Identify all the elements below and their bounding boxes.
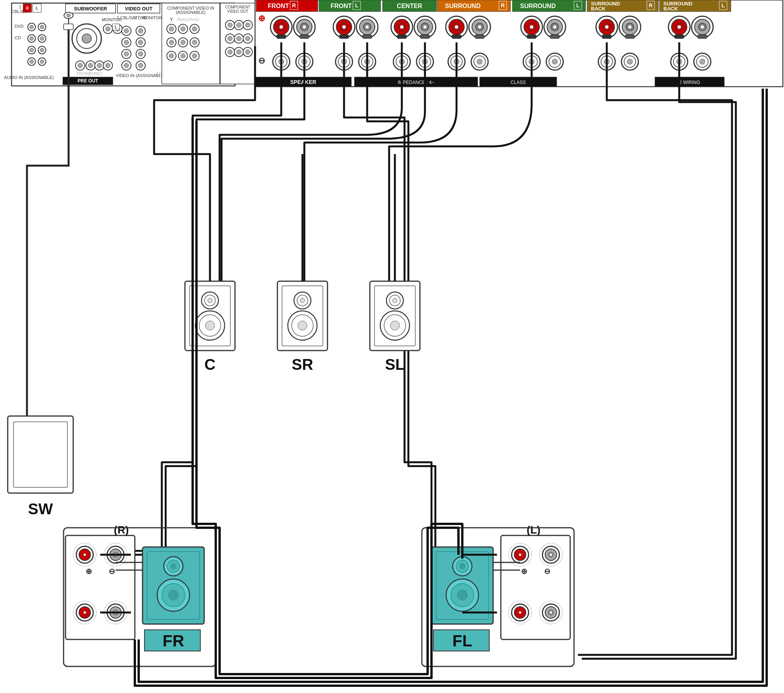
fl-minus-label: ⊖ <box>544 567 551 576</box>
svg-point-63 <box>169 40 174 45</box>
r-indicator: R <box>26 6 29 10</box>
svg-point-144 <box>455 25 458 29</box>
svg-rect-119 <box>277 35 286 39</box>
svg-point-296 <box>519 554 521 556</box>
svg-point-241 <box>300 298 305 303</box>
video-out-label: VIDEO OUT <box>125 6 153 12</box>
fl-terminal-block: ⊕ ⊖ <box>501 535 570 639</box>
svg-point-278 <box>171 564 176 569</box>
svg-rect-97 <box>255 0 783 87</box>
class-label: CLASS <box>510 80 525 85</box>
pb-label: Pb/Cb <box>177 17 189 22</box>
svg-point-134 <box>400 25 404 29</box>
svg-point-86 <box>228 36 232 41</box>
speaker-section-label: SPEAKER <box>290 79 316 85</box>
plus-label: ⊕ <box>258 13 265 23</box>
svg-point-73 <box>192 27 197 31</box>
svg-point-124 <box>342 25 346 29</box>
surround-l-channel-label: SURROUND <box>520 3 556 9</box>
svg-rect-170 <box>625 35 635 39</box>
svg-rect-292 <box>501 535 570 639</box>
svg-rect-159 <box>527 35 536 39</box>
comp-video-out-label: COMPONENT <box>225 5 250 9</box>
svg-point-90 <box>245 36 250 41</box>
fr-speaker: FR <box>143 547 204 651</box>
svg-point-164 <box>605 25 609 29</box>
svg-point-265 <box>84 611 86 614</box>
dvd-label: DVD <box>15 24 24 29</box>
svg-point-19 <box>30 37 34 40</box>
svg-point-222 <box>700 59 705 64</box>
fr-minus-label: ⊖ <box>109 567 115 576</box>
svg-point-92 <box>228 50 232 54</box>
front-r-channel-label: FRONT <box>268 3 289 9</box>
front-l-channel-label: FRONT <box>331 3 352 9</box>
svg-point-48 <box>138 52 143 56</box>
sr-label: SR <box>292 356 313 373</box>
svg-point-38 <box>124 40 129 45</box>
svg-rect-129 <box>339 35 349 39</box>
svg-point-88 <box>237 36 241 41</box>
svg-point-65 <box>169 54 174 58</box>
svg-rect-179 <box>675 35 684 39</box>
svg-point-154 <box>530 25 534 29</box>
svg-point-23 <box>30 48 34 52</box>
svg-point-31 <box>106 27 110 31</box>
svg-rect-149 <box>452 35 461 39</box>
svg-point-128 <box>365 25 369 29</box>
svg-point-50 <box>138 63 143 68</box>
front-r-side-label: R <box>292 2 296 8</box>
svg-point-158 <box>553 25 557 29</box>
svg-point-17 <box>40 25 44 29</box>
front-l-side-label: L <box>355 2 359 8</box>
svg-point-77 <box>192 54 197 58</box>
fr-terminal-block: ⊕ ⊖ <box>65 535 135 639</box>
svg-point-96 <box>245 50 250 54</box>
svg-point-52 <box>78 63 82 68</box>
audio-in-label: AUDIO IN (ASSIGNABLE) <box>4 75 54 80</box>
cd-label: CD <box>15 35 21 40</box>
svg-rect-150 <box>475 35 484 39</box>
svg-point-249 <box>393 298 397 303</box>
svg-point-80 <box>228 23 232 27</box>
surr-back-l-side: L <box>722 2 725 8</box>
svg-point-178 <box>700 25 704 29</box>
fl-label: FL <box>452 632 472 650</box>
surround-r-side-label: R <box>501 2 505 8</box>
svg-point-204 <box>477 59 482 64</box>
svg-point-29 <box>40 60 44 64</box>
svg-rect-139 <box>397 35 406 39</box>
wiring-label: 2 WIRING <box>679 80 700 85</box>
svg-rect-169 <box>602 35 611 39</box>
r-paren-label: (R) <box>114 524 129 536</box>
fl-speaker: FL <box>431 547 493 651</box>
svg-point-300 <box>550 554 552 556</box>
svg-point-244 <box>298 321 307 330</box>
svg-point-252 <box>390 321 400 330</box>
svg-point-42 <box>124 63 129 68</box>
svg-point-308 <box>550 611 552 614</box>
sw-label: SW <box>28 500 53 517</box>
fr-plus-label: ⊕ <box>86 567 92 576</box>
surround-r-channel-label: SURROUND <box>445 3 480 9</box>
sl-label: SL <box>385 356 405 373</box>
pr-label: Pr/Cr <box>190 17 200 22</box>
svg-point-75 <box>192 40 197 45</box>
svg-point-148 <box>478 25 482 29</box>
svg-point-71 <box>181 54 185 58</box>
svg-point-15 <box>30 25 34 29</box>
svg-point-82 <box>237 23 241 27</box>
surround-back-l-label2: BACK <box>663 6 678 12</box>
svg-point-44 <box>138 29 143 33</box>
svg-point-58 <box>106 63 110 68</box>
svg-rect-120 <box>300 35 309 39</box>
svg-point-84 <box>245 23 250 27</box>
svg-point-94 <box>237 50 241 54</box>
svg-rect-78 <box>220 3 255 84</box>
svg-point-236 <box>205 321 215 330</box>
svg-point-118 <box>302 25 306 29</box>
subwoofer-label: SUBWOOFER <box>74 6 107 12</box>
svg-rect-9 <box>64 24 73 30</box>
svg-point-54 <box>88 63 93 68</box>
svg-rect-130 <box>363 35 372 39</box>
